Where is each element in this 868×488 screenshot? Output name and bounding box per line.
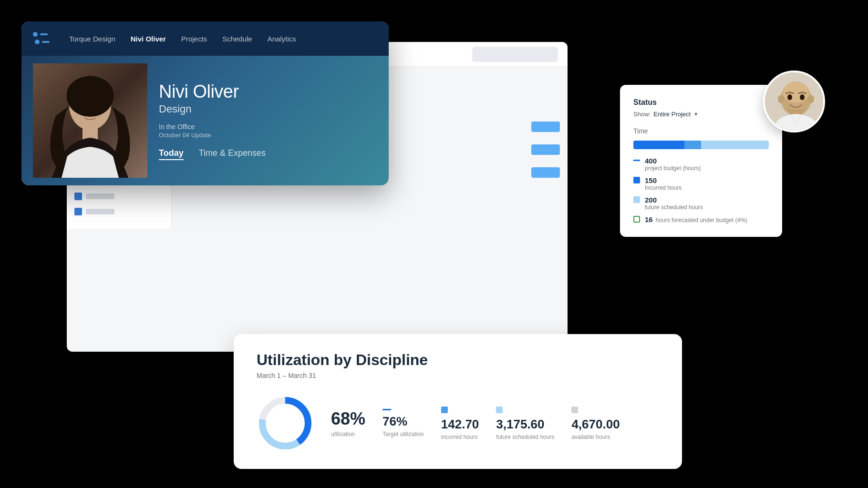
bar-incurred: [633, 141, 684, 149]
profile-date: October 04 Update: [159, 132, 373, 139]
stat-value-available: 4,670.00: [571, 417, 620, 432]
legend-dash-icon: [633, 160, 640, 161]
sidebar-icon-row: [74, 193, 164, 200]
profile-card: Torque Design Nivi Oliver Projects Sched…: [21, 21, 389, 185]
profile-tabs: Today Time & Expenses: [159, 148, 373, 160]
legend-number-incurred: 150: [645, 176, 682, 184]
stat-value-utilization: 68%: [331, 409, 365, 429]
profile-photo-svg: [33, 63, 147, 178]
utilization-card: Utilization by Discipline March 1 – Marc…: [234, 334, 682, 469]
legend-swatch-incurred: [633, 177, 640, 183]
donut-chart: [257, 395, 314, 452]
legend-label-forecasted: hours forecasted under budget (4%): [656, 217, 747, 224]
grid-right-bar-2: [531, 144, 560, 155]
logo-line-2: [42, 41, 50, 43]
legend-swatch-forecasted: [633, 216, 640, 223]
square-light-icon: [496, 407, 503, 413]
svg-point-16: [800, 94, 805, 100]
stat-label-target: Target utilization: [382, 431, 424, 437]
status-time-section: Time: [633, 127, 769, 135]
profile-role: Design: [159, 103, 373, 115]
legend-label-incurred: Incurred hours: [645, 184, 682, 191]
util-stats: 68% utilization 76% Target utilization: [331, 407, 659, 440]
stat-label-future: future scheduled hours: [496, 434, 554, 440]
svg-point-12: [783, 82, 809, 103]
profile-nav: Torque Design Nivi Oliver Projects Sched…: [21, 21, 389, 56]
profile-name: Nivi Oliver: [159, 81, 373, 102]
status-legend: 400 project budget (hours) 150 Incurred …: [633, 157, 769, 224]
legend-number-forecasted: 16: [645, 215, 653, 224]
legend-inline-forecasted: 16 hours forecasted under budget (4%): [645, 215, 747, 224]
nav-analytics[interactable]: Analytics: [268, 35, 296, 43]
stat-target: 76% Target utilization: [382, 409, 424, 437]
legend-row-forecasted: 16 hours forecasted under budget (4%): [633, 215, 769, 224]
grid-right-bar: [531, 122, 560, 132]
avatar-svg: [765, 72, 825, 132]
stat-incurred: 142.70 incurred hours: [441, 407, 479, 440]
logo-line: [40, 33, 48, 35]
profile-photo: [33, 63, 147, 178]
stat-label-utilization: utilization: [331, 431, 365, 437]
profile-header: Nivi Oliver Design In the Office October…: [21, 56, 389, 185]
legend-swatch-future: [633, 196, 640, 203]
profile-info: Nivi Oliver Design In the Office October…: [159, 70, 373, 172]
sidebar-icon: [74, 193, 82, 200]
stat-value-target: 76%: [382, 414, 424, 429]
svg-point-6: [93, 104, 99, 111]
bar-future: [701, 141, 769, 149]
svg-point-15: [787, 94, 792, 100]
status-progress-bar: [633, 141, 769, 149]
logo-dot-2: [35, 40, 40, 44]
stat-indicator-future: [496, 407, 554, 413]
stat-label-incurred: incurred hours: [441, 434, 479, 440]
nav-projects[interactable]: Projects: [181, 35, 207, 43]
legend-content-forecasted: 16 hours forecasted under budget (4%): [645, 215, 747, 224]
app-logo: [33, 32, 50, 45]
bar-mid: [684, 141, 702, 149]
sidebar-icon-2: [74, 208, 82, 215]
avatar: [763, 71, 825, 132]
nav-brand[interactable]: Torque Design: [69, 35, 115, 43]
chevron-down-icon[interactable]: ▼: [693, 112, 698, 117]
stat-available: 4,670.00 available hours: [571, 407, 620, 440]
svg-rect-3: [83, 126, 98, 140]
status-show-value: Entire Project: [653, 111, 691, 118]
legend-label-future: future scheduled hours: [645, 204, 703, 211]
stat-label-available: available hours: [571, 434, 620, 440]
nav-active-user[interactable]: Nivi Oliver: [131, 35, 166, 43]
stat-utilization: 68% utilization: [331, 409, 365, 437]
sidebar-icon-row-2: [74, 208, 164, 215]
util-date: March 1 – March 31: [257, 372, 659, 379]
util-title: Utilization by Discipline: [257, 351, 659, 369]
toolbar-search-input[interactable]: [472, 47, 558, 62]
stat-indicator-incurred: [441, 407, 479, 413]
legend-content-future: 200 future scheduled hours: [645, 196, 703, 211]
svg-point-13: [778, 95, 785, 103]
legend-number-budget: 400: [645, 157, 701, 165]
tab-expenses[interactable]: Time & Expenses: [199, 148, 266, 160]
tab-today[interactable]: Today: [159, 148, 184, 160]
nav-schedule[interactable]: Schedule: [222, 35, 252, 43]
legend-row-incurred: 150 Incurred hours: [633, 176, 769, 191]
svg-point-5: [81, 104, 87, 111]
scene: + / + / +: [0, 0, 868, 488]
stat-value-incurred: 142.70: [441, 417, 479, 432]
status-card: Status Show: Entire Project ▼ Time 400 p…: [620, 85, 782, 237]
sidebar-icon-text-2: [86, 209, 114, 214]
square-dark-icon: [441, 407, 448, 413]
legend-label-budget: project budget (hours): [645, 165, 701, 172]
dash-icon: [382, 409, 391, 410]
legend-content-incurred: 150 Incurred hours: [645, 176, 682, 191]
logo-dot: [33, 32, 38, 37]
square-gray-icon: [571, 407, 578, 413]
status-show-row: Show: Entire Project ▼: [633, 111, 769, 118]
grid-right-bar-3: [531, 167, 560, 178]
stat-indicator-available: [571, 407, 620, 413]
legend-number-future: 200: [645, 196, 703, 204]
profile-location: In the Office: [159, 123, 373, 131]
legend-row-future: 200 future scheduled hours: [633, 196, 769, 211]
legend-row-budget: 400 project budget (hours): [633, 157, 769, 172]
svg-point-14: [807, 95, 814, 103]
util-body: 68% utilization 76% Target utilization: [257, 395, 659, 452]
status-show-label: Show:: [633, 111, 651, 118]
